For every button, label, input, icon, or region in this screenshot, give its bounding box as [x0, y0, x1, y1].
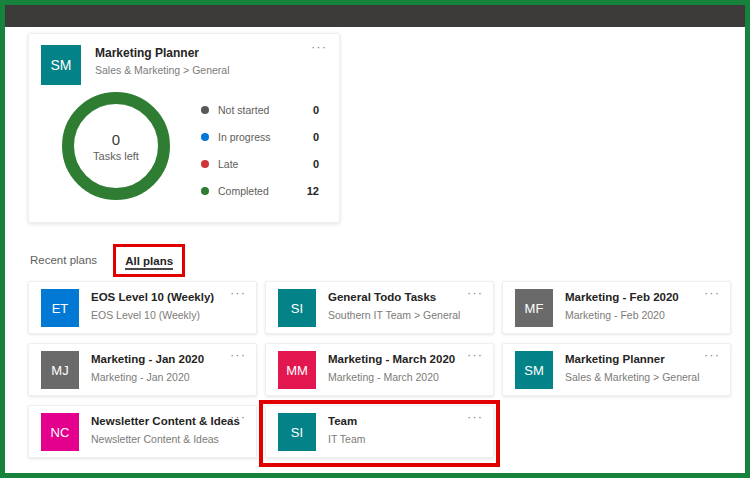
plan-subtitle: Marketing - March 2020 — [328, 371, 439, 383]
not-started-dot-icon — [201, 106, 209, 114]
tasks-donut-chart: 0 Tasks left — [62, 92, 170, 200]
plan-avatar: NC — [41, 413, 79, 451]
more-options-icon[interactable]: ··· — [230, 286, 246, 300]
plan-avatar: MF — [515, 289, 553, 327]
breadcrumb: Sales & Marketing > General — [95, 64, 230, 76]
legend-label: Late — [218, 158, 313, 170]
more-options-icon[interactable]: ··· — [704, 348, 720, 362]
plans-grid: ET EOS Level 10 (Weekly) EOS Level 10 (W… — [28, 281, 731, 458]
legend-row-completed: Completed 12 — [201, 177, 319, 204]
legend-row-not-started: Not started 0 — [201, 96, 319, 123]
chart-legend: Not started 0 In progress 0 Late 0 Compl… — [201, 96, 319, 204]
plan-subtitle: EOS Level 10 (Weekly) — [91, 309, 200, 321]
legend-value: 0 — [313, 104, 319, 116]
legend-value: 0 — [313, 131, 319, 143]
plan-avatar: MJ — [41, 351, 79, 389]
late-dot-icon — [201, 160, 209, 168]
browser-top-bar — [5, 5, 745, 27]
tab-recent-plans[interactable]: Recent plans — [30, 254, 97, 266]
more-options-icon[interactable]: ··· — [230, 410, 246, 424]
tasks-left-label: Tasks left — [93, 150, 139, 162]
summary-card-marketing-planner[interactable]: SM Marketing Planner Sales & Marketing >… — [28, 33, 340, 223]
legend-row-in-progress: In progress 0 — [201, 123, 319, 150]
plan-card-eos-level-10[interactable]: ET EOS Level 10 (Weekly) EOS Level 10 (W… — [28, 281, 257, 334]
plan-subtitle: Sales & Marketing > General — [565, 371, 700, 383]
plan-subtitle: Marketing - Feb 2020 — [565, 309, 665, 321]
plan-card-general-todo-tasks[interactable]: SI General Todo Tasks Southern IT Team >… — [265, 281, 494, 334]
legend-label: In progress — [218, 131, 313, 143]
more-options-icon[interactable]: ··· — [704, 286, 720, 300]
plan-card-newsletter-content-ideas[interactable]: NC Newsletter Content & Ideas Newsletter… — [28, 405, 257, 458]
plan-avatar: SM — [41, 45, 81, 85]
plan-avatar: ET — [41, 289, 79, 327]
plans-tab-row: Recent plans All plans — [30, 245, 185, 275]
plan-title: Marketing - Feb 2020 — [565, 291, 679, 303]
legend-row-late: Late 0 — [201, 150, 319, 177]
legend-label: Completed — [218, 185, 307, 197]
plan-card-marketing-planner[interactable]: SM Marketing Planner Sales & Marketing >… — [502, 343, 731, 396]
plan-title: Newsletter Content & Ideas — [91, 415, 240, 427]
in-progress-dot-icon — [201, 133, 209, 141]
legend-value: 12 — [307, 185, 319, 197]
plan-card-marketing-jan-2020[interactable]: MJ Marketing - Jan 2020 Marketing - Jan … — [28, 343, 257, 396]
annotation-box-all-plans: All plans — [113, 244, 185, 277]
planner-window: SM Marketing Planner Sales & Marketing >… — [0, 0, 750, 478]
more-options-icon[interactable]: ··· — [467, 348, 483, 362]
plan-title: Marketing - March 2020 — [328, 353, 455, 365]
legend-label: Not started — [218, 104, 313, 116]
plan-subtitle: Southern IT Team > General — [328, 309, 460, 321]
more-options-icon[interactable]: ··· — [467, 410, 483, 424]
more-options-icon[interactable]: ··· — [311, 40, 327, 54]
plan-title: Marketing Planner — [95, 46, 199, 60]
plan-card-marketing-march-2020[interactable]: MM Marketing - March 2020 Marketing - Ma… — [265, 343, 494, 396]
plan-avatar: MM — [278, 351, 316, 389]
plan-card-team[interactable]: SI Team IT Team ··· — [265, 405, 494, 458]
plan-title: Team — [328, 415, 357, 427]
plan-title: General Todo Tasks — [328, 291, 436, 303]
plan-card-marketing-feb-2020[interactable]: MF Marketing - Feb 2020 Marketing - Feb … — [502, 281, 731, 334]
plan-avatar: SI — [278, 413, 316, 451]
plan-title: EOS Level 10 (Weekly) — [91, 291, 214, 303]
plan-title: Marketing - Jan 2020 — [91, 353, 204, 365]
tasks-left-count: 0 — [112, 131, 120, 148]
more-options-icon[interactable]: ··· — [467, 286, 483, 300]
legend-value: 0 — [313, 158, 319, 170]
plan-subtitle: IT Team — [328, 433, 366, 445]
tab-all-plans[interactable]: All plans — [125, 255, 173, 270]
completed-dot-icon — [201, 187, 209, 195]
more-options-icon[interactable]: ··· — [230, 348, 246, 362]
plan-subtitle: Marketing - Jan 2020 — [91, 371, 190, 383]
plan-subtitle: Newsletter Content & Ideas — [91, 433, 219, 445]
plan-title: Marketing Planner — [565, 353, 665, 365]
plan-avatar: SM — [515, 351, 553, 389]
plan-avatar: SI — [278, 289, 316, 327]
